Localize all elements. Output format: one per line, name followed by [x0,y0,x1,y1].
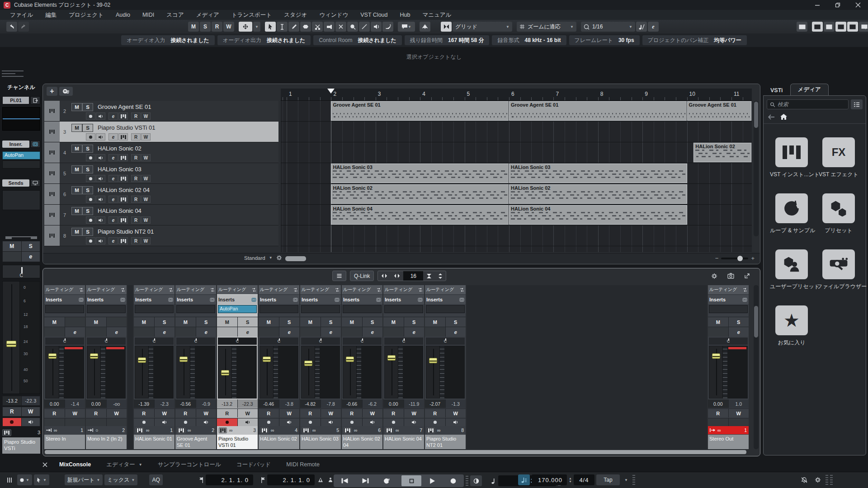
strip-peak-value[interactable]: -6.2 [363,399,383,408]
strip-pan-control[interactable]: C [45,338,84,345]
track-edit-button[interactable]: e [108,113,118,120]
read-automation-button[interactable]: R [212,22,222,32]
strip-edit-button[interactable]: e [446,327,466,337]
undo-icon[interactable] [6,22,17,32]
strip-solo-button[interactable]: S [279,317,300,327]
horizontal-scrollbar-thumb[interactable] [285,256,306,261]
strip-channel-name[interactable]: Piapro Studio NT2 01 [425,435,466,449]
strip-read-button[interactable]: R [217,409,237,418]
strip-monitor-button[interactable] [404,418,425,426]
track-edit-button[interactable]: e [108,154,118,161]
transport-setup-gear-icon[interactable] [812,474,824,485]
channel-strip[interactable]: ルーティングInsertsMeC0.00-ooRW○2Mono In 2 (In… [86,285,127,449]
inserts-rack-header[interactable]: Inserts [175,295,216,304]
auto-scroll-dropdown-icon[interactable]: ▼ [253,22,260,32]
track-record-enable-button[interactable] [86,237,95,244]
strip-mute-button[interactable]: M [175,317,196,327]
cycle-button[interactable] [376,475,396,486]
show-right-zone-button[interactable] [847,22,858,32]
track-solo-button[interactable]: S [82,165,93,174]
mix-dropdown[interactable]: ミックス▼ [104,474,137,485]
tempo-spinner[interactable]: ▲▼ [569,477,572,483]
midi-event[interactable]: HALion Sonic 02 [331,184,509,204]
strip-peak-value[interactable]: -oo [107,399,127,408]
stop-button[interactable] [401,475,421,486]
zoom-tool-icon[interactable] [347,22,358,32]
track-visibility-agent-icon[interactable] [59,87,73,96]
strip-peak-value[interactable]: -3.8 [279,399,300,408]
strip-record-enable-button[interactable] [383,418,404,426]
strip-monitor-button[interactable] [279,418,300,426]
strip-mute-button[interactable]: M [86,317,106,327]
channel-strip[interactable]: ルーティングInsertsAutoPanMSeC-13.2-22.3RW∞3Pi… [217,285,258,449]
color-tool-icon[interactable] [382,22,393,32]
strip-record-enable-button[interactable] [134,418,154,426]
track-name[interactable]: HALion Sonic 02 [98,145,142,152]
track-write-button[interactable]: W [141,113,151,120]
strip-peak-value[interactable]: 1.0 [729,399,749,408]
track-monitor-button[interactable] [96,216,105,224]
inspector-channel-name[interactable]: Piapro Studio VSTi [2,437,40,454]
zone-divider-grip[interactable] [2,70,24,77]
tab-dropdown-icon[interactable]: ▼ [139,463,142,467]
mixer-setup-gear-icon[interactable] [708,271,721,281]
track-instrument-button[interactable] [118,175,128,182]
insert-slot-autopan[interactable]: AutoPan [2,151,40,160]
strip-fader-handle[interactable] [46,346,59,398]
strip-read-button[interactable]: R [259,409,279,418]
info-item-5[interactable]: フレームレート30 fps [569,35,640,45]
strip-edit-button[interactable]: e [196,327,217,337]
strip-fader-handle[interactable] [385,346,398,398]
strip-edit-button[interactable]: e [65,327,85,337]
strip-solo-button[interactable]: S [238,317,258,327]
info-item-1[interactable]: オーディオ出力接続されました [217,35,311,45]
menu-item-3[interactable]: Audio [116,12,130,18]
strip-edit-button[interactable]: e [321,327,341,337]
inserts-rack-header[interactable]: Inserts [44,295,85,304]
track-monitor-button[interactable] [96,237,105,244]
strip-pan-control[interactable]: C [301,338,340,345]
left-locator-icon[interactable] [199,477,204,483]
strip-volume-value[interactable]: 0.00 [708,399,728,408]
strip-solo-button[interactable] [107,317,127,327]
track-name[interactable]: Piapro Studio VSTi 01 [98,124,155,131]
playhead-cursor[interactable] [327,89,335,94]
menu-item-9[interactable]: ウィンドウ [319,11,348,19]
write-automation-button[interactable]: W [223,22,234,32]
rack-divider-grip[interactable] [5,236,37,239]
volume-fader-handle[interactable] [3,282,20,394]
strip-volume-value[interactable]: 0.00 [383,399,404,408]
tempo-track-icon[interactable] [518,474,530,485]
strip-fader-handle[interactable] [218,346,232,398]
channel-strip[interactable]: ルーティングInsertsMSeC-4.82-7.8RW∞5HALion Son… [300,285,341,449]
track-monitor-button[interactable] [96,133,105,141]
media-tile-file-browser[interactable]: ファイルブラウザー [817,249,860,291]
strip-volume-value[interactable]: -0.66 [342,399,362,408]
mixer-horizontal-scrollbar[interactable] [45,450,746,454]
track-edit-button[interactable]: e [108,237,118,244]
menu-item-12[interactable]: マニュアル [422,11,451,19]
strip-pan-control[interactable]: C [709,338,748,345]
strip-pan-control[interactable]: C [426,338,465,345]
inspector-mute-button[interactable]: M [3,241,21,251]
track-name[interactable]: HALion Sonic 03 [98,166,142,173]
transport-section-grip[interactable] [466,476,468,486]
track-mute-button[interactable]: M [71,145,82,153]
track-monitor-button[interactable] [96,175,105,182]
strip-edit-button[interactable]: e [155,327,175,337]
tab-media[interactable]: メディア [790,84,829,95]
info-item-3[interactable]: 残り録音時間167 時間 58 分 [405,35,490,45]
midi-event[interactable]: Groove Agent SE 01 [509,101,687,121]
strip-record-enable-button[interactable] [342,418,362,426]
strip-peak-value[interactable]: -11.9 [404,399,425,408]
track-solo-button[interactable]: S [82,207,93,215]
fixed-number-icon[interactable] [423,271,435,281]
strip-peak-value[interactable]: -0.9 [196,399,217,408]
strip-record-enable-button[interactable] [259,418,279,426]
tempo-section-grip[interactable] [632,475,635,485]
track-row[interactable]: 2MSGroove Agent SE 01eRW [44,101,278,122]
strip-fader-handle[interactable] [260,346,274,398]
strip-monitor-button[interactable] [446,418,466,426]
strip-solo-button[interactable] [65,317,85,327]
strip-mute-button[interactable]: M [342,317,362,327]
